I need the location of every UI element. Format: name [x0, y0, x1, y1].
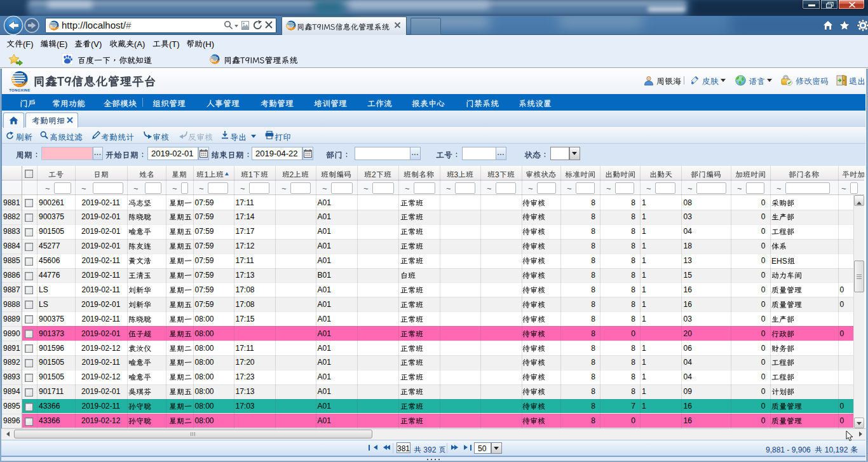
svg-text:TONGXINE: TONGXINE	[9, 88, 31, 92]
